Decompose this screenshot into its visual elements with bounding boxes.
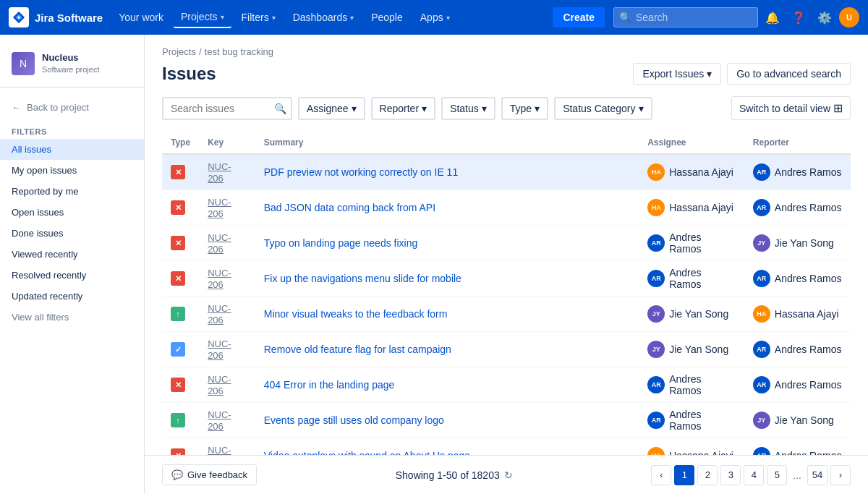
advanced-search-button[interactable]: Go to advanced search (727, 63, 851, 85)
nav-your-work[interactable]: Your work (111, 7, 171, 27)
cell-assignee: AR Andres Ramos (639, 226, 744, 261)
reporter-label: Reporter (380, 103, 419, 114)
status-category-filter-button[interactable]: Status Category ▾ (554, 97, 652, 120)
assignee-name: Jie Yan Song (669, 308, 728, 320)
cell-key: NUC-206 (199, 226, 255, 261)
type-filter-button[interactable]: Type ▾ (501, 97, 548, 120)
assignee-name: Hassana Ajayi (669, 166, 733, 178)
page-54-button[interactable]: 54 (807, 465, 827, 485)
jira-logo[interactable]: Jira Software (9, 7, 103, 27)
project-type: Software project (42, 64, 99, 74)
issue-summary-link[interactable]: Bad JSON data coming back from API (264, 202, 435, 213)
back-to-project-button[interactable]: ← Back to project (0, 96, 144, 119)
issue-key-link[interactable]: NUC-206 (208, 161, 231, 184)
issue-summary-link[interactable]: Remove old feature flag for last campaig… (264, 344, 451, 355)
issue-summary-link[interactable]: Typo on landing page needs fixing (264, 237, 418, 249)
resolved-recently-label: Resolved recently (12, 270, 86, 281)
breadcrumb: Projects / test bug tracking (162, 46, 851, 57)
page-3-button[interactable]: 3 (720, 465, 741, 485)
sidebar-item-viewed-recently[interactable]: Viewed recently (0, 244, 144, 265)
task-type-icon: ✓ (171, 342, 185, 357)
sidebar-item-all-issues[interactable]: All issues (0, 139, 144, 160)
main-content: Projects / test bug tracking Issues Expo… (145, 35, 868, 494)
reporter-name: Andres Ramos (775, 379, 842, 391)
cell-assignee: JY Jie Yan Song (639, 332, 744, 367)
export-issues-button[interactable]: Export Issues ▾ (633, 63, 721, 85)
issue-summary-link[interactable]: Fix up the navigations menu slide for mo… (264, 273, 461, 284)
sidebar-item-done-issues[interactable]: Done issues (0, 223, 144, 244)
cell-type: ✕ (162, 154, 199, 190)
assignee-avatar: HA (647, 163, 665, 181)
table-row: ↑ NUC-206 Events page still uses old com… (162, 403, 851, 438)
reporter-name: Andres Ramos (775, 166, 842, 178)
col-assignee: Assignee (639, 132, 744, 154)
refresh-icon[interactable]: ↻ (504, 469, 513, 481)
reporter-avatar: JY (753, 234, 770, 252)
cell-assignee: AR Andres Ramos (639, 403, 744, 438)
nav-people[interactable]: People (364, 7, 410, 27)
bug-type-icon: ✕ (171, 165, 185, 179)
issue-key-link[interactable]: NUC-206 (208, 303, 231, 325)
issue-summary-link[interactable]: Events page still uses old company logo (264, 414, 444, 426)
issue-summary-link[interactable]: 404 Error in the landing page (264, 379, 395, 391)
sidebar-item-resolved-recently[interactable]: Resolved recently (0, 265, 144, 286)
type-chevron-icon: ▾ (535, 103, 540, 114)
reporter-name: Jie Yan Song (775, 237, 834, 249)
breadcrumb-project-link[interactable]: test bug tracking (205, 46, 273, 57)
sidebar-item-open-issues[interactable]: Open issues (0, 202, 144, 223)
issue-key-link[interactable]: NUC-206 (208, 338, 231, 361)
status-filter-button[interactable]: Status ▾ (441, 97, 495, 120)
page-2-button[interactable]: 2 (697, 465, 718, 485)
issue-key-link[interactable]: NUC-206 (208, 197, 231, 219)
bug-type-icon: ✕ (171, 200, 185, 215)
breadcrumb-projects-link[interactable]: Projects (162, 46, 196, 57)
cell-summary: Fix up the navigations menu slide for mo… (255, 261, 639, 297)
notifications-button[interactable]: 🔔 (761, 6, 784, 29)
switch-view-button[interactable]: Switch to detail view ⊞ (731, 96, 851, 120)
issues-table: Type Key Summary Assignee Reporter ✕ NUC… (162, 132, 851, 494)
nav-projects[interactable]: Projects ▾ (174, 7, 231, 28)
issue-summary-link[interactable]: Minor visual tweaks to the feedback form (264, 308, 448, 320)
give-feedback-button[interactable]: 💬 Give feedback (162, 464, 257, 485)
page-title: Issues (162, 64, 216, 84)
page-4-button[interactable]: 4 (744, 465, 764, 485)
project-name: Nucleus (42, 52, 99, 64)
sidebar-item-updated-recently[interactable]: Updated recently (0, 286, 144, 307)
cell-assignee: AR Andres Ramos (639, 367, 744, 403)
view-all-filters-link[interactable]: View all filters (0, 307, 144, 328)
search-input[interactable] (613, 7, 758, 27)
nav-dashboards[interactable]: Dashboards ▾ (286, 7, 362, 27)
issue-key-link[interactable]: NUC-206 (208, 268, 231, 290)
assignee-avatar: HA (647, 199, 665, 216)
nav-apps[interactable]: Apps ▾ (413, 7, 457, 27)
next-page-button[interactable]: › (830, 465, 851, 485)
settings-button[interactable]: ⚙️ (813, 6, 836, 29)
reporter-cell: JY Jie Yan Song (753, 412, 842, 429)
sidebar-item-reported-by-me[interactable]: Reported by me (0, 181, 144, 202)
assignee-avatar: AR (647, 376, 665, 393)
page-5-button[interactable]: 5 (767, 465, 787, 485)
updated-recently-label: Updated recently (12, 291, 82, 302)
open-issues-label: Open issues (12, 207, 64, 218)
filters-chevron-icon: ▾ (272, 14, 276, 22)
issue-key-link[interactable]: NUC-206 (208, 232, 231, 255)
type-label: Type (510, 103, 532, 114)
project-icon: N (12, 52, 35, 75)
nav-create-button[interactable]: Create (553, 7, 605, 27)
feedback-icon: 💬 (171, 469, 183, 480)
jira-logo-icon (9, 7, 29, 27)
reporter-filter-button[interactable]: Reporter ▾ (371, 97, 435, 120)
issue-key-link[interactable]: NUC-206 (208, 409, 231, 432)
assignee-filter-button[interactable]: Assignee ▾ (298, 97, 365, 120)
sidebar-item-my-open-issues[interactable]: My open issues (0, 160, 144, 181)
search-issues-input[interactable] (162, 97, 292, 120)
prev-page-button[interactable]: ‹ (651, 465, 671, 485)
user-avatar[interactable]: U (839, 7, 859, 27)
nav-filters[interactable]: Filters ▾ (234, 7, 283, 27)
page-1-button[interactable]: 1 (674, 465, 694, 485)
header-actions: Export Issues ▾ Go to advanced search (633, 63, 851, 85)
table-row: ✕ NUC-206 PDF preview not working correc… (162, 154, 851, 190)
issue-key-link[interactable]: NUC-206 (208, 374, 231, 396)
help-button[interactable]: ❓ (787, 6, 810, 29)
issue-summary-link[interactable]: PDF preview not working correctly on IE … (264, 166, 458, 178)
